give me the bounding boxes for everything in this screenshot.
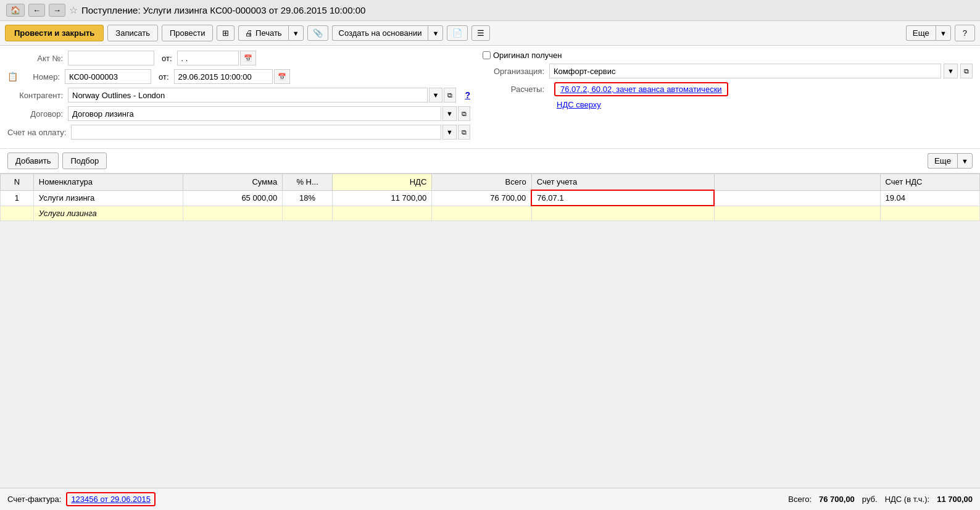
print-dropdown-button[interactable]: ▼ xyxy=(288,25,304,41)
subrow-vsego xyxy=(432,206,531,220)
document-icon-btn[interactable]: 📄 xyxy=(447,25,468,41)
more-button[interactable]: Еще xyxy=(906,25,936,41)
akt-input[interactable] xyxy=(68,51,154,65)
printer-icon: 🖨 xyxy=(245,28,253,38)
col-header-schet-uchet: Счет учета xyxy=(531,174,714,191)
subrow-nds-pct xyxy=(283,206,333,220)
subrow-n xyxy=(1,206,34,220)
post-button[interactable]: Провести xyxy=(162,25,214,41)
dogovor-dropdown[interactable]: ▼ xyxy=(442,106,457,121)
org-input[interactable] xyxy=(549,64,941,78)
print-button[interactable]: 🖨 Печать xyxy=(238,25,288,41)
dogovor-label: Договор: xyxy=(7,109,63,119)
akt-label: Акт №: xyxy=(7,54,63,63)
table-header-row: N Номенклатура Сумма % Н... НДС Всего Сч… xyxy=(1,174,980,191)
kontragent-row: Контрагент: ▼ ⧉ ? xyxy=(7,88,470,102)
org-label: Организация: xyxy=(483,67,544,76)
dogovor-row: Договор: ▼ ⧉ xyxy=(7,106,470,121)
document-icon: 📄 xyxy=(452,28,462,38)
table-more-button[interactable]: Еще xyxy=(928,153,957,169)
cell-schet-nds: 19.04 xyxy=(880,190,979,206)
rashety-row: Расчеты: 76.07.2, 60.02, зачет аванса ав… xyxy=(483,82,973,96)
sub-toolbar: Добавить Подбор Еще ▼ xyxy=(0,149,980,173)
col-header-summa: Сумма xyxy=(183,174,282,191)
org-row: Организация: ▼ ⧉ xyxy=(483,64,973,78)
schet-oplatu-open[interactable]: ⧉ xyxy=(458,125,470,140)
cell-n: 1 xyxy=(1,190,34,206)
paperclip-icon: 📎 xyxy=(313,28,323,38)
post-close-button[interactable]: Провести и закрыть xyxy=(5,25,104,41)
nds-sverhu-link[interactable]: НДС сверху xyxy=(557,100,601,109)
cell-vsego: 76 700,00 xyxy=(432,190,531,206)
col-header-nds-pct: % Н... xyxy=(283,174,333,191)
cell-schet-uchet: 76.07.1 xyxy=(531,190,714,206)
kontragent-dropdown[interactable]: ▼ xyxy=(429,88,443,102)
print-split-button: 🖨 Печать ▼ xyxy=(238,25,303,41)
create-based-button[interactable]: Создать на основании xyxy=(332,25,428,41)
dogovor-open[interactable]: ⧉ xyxy=(458,106,470,121)
list-icon-btn[interactable]: ☰ xyxy=(471,25,490,41)
create-based-split-button: Создать на основании ▼ xyxy=(332,25,444,41)
main-toolbar: Провести и закрыть Записать Провести ⊞ 🖨… xyxy=(0,21,980,46)
cell-summa: 65 000,00 xyxy=(183,190,282,206)
akt-date-input[interactable] xyxy=(177,51,239,65)
form-area: Акт №: от: 📅 📋 Номер: от: 📅 xyxy=(0,46,980,149)
forward-button[interactable]: → xyxy=(49,4,65,17)
doc-icon: 📋 xyxy=(7,72,18,82)
excel-button[interactable]: ⊞ xyxy=(217,25,235,41)
nomer-input[interactable] xyxy=(65,69,151,84)
subrow-summa xyxy=(183,206,282,220)
cell-extra xyxy=(714,190,880,206)
kontragent-open[interactable]: ⧉ xyxy=(444,88,456,102)
subrow-nom: Услуги лизинга xyxy=(33,206,183,220)
nomer-row: 📋 Номер: от: 📅 xyxy=(7,69,470,84)
table-subrow: Услуги лизинга xyxy=(1,206,980,220)
subrow-extra xyxy=(714,206,880,220)
title-bar: 🏠 ← → ☆ Поступление: Услуги лизинга КС00… xyxy=(0,0,980,21)
original-checkbox-label[interactable]: Оригинал получен xyxy=(483,51,562,60)
dogovor-input[interactable] xyxy=(68,106,441,121)
org-open[interactable]: ⧉ xyxy=(960,64,973,78)
original-row: Оригинал получен xyxy=(483,51,973,60)
kontragent-label: Контрагент: xyxy=(7,91,63,100)
kontragent-input[interactable] xyxy=(68,88,428,102)
nomer-from-label: от: xyxy=(159,72,169,82)
table-more-dropdown[interactable]: ▼ xyxy=(957,153,973,169)
cell-nds: 11 700,00 xyxy=(332,190,431,206)
akt-from-label: от: xyxy=(162,54,172,63)
rashety-link[interactable]: 76.07.2, 60.02, зачет аванса автоматичес… xyxy=(560,85,722,94)
rashety-box: 76.07.2, 60.02, зачет аванса автоматичес… xyxy=(554,82,728,96)
rashety-label: Расчеты: xyxy=(483,85,544,94)
schet-oplatu-input[interactable] xyxy=(71,125,441,140)
question-button[interactable]: ? xyxy=(465,90,470,100)
create-based-dropdown-button[interactable]: ▼ xyxy=(428,25,443,41)
save-button[interactable]: Записать xyxy=(107,25,158,41)
cell-nds-pct: 18% xyxy=(283,190,333,206)
attachment-button[interactable]: 📎 xyxy=(307,25,328,41)
excel-icon: ⊞ xyxy=(222,28,229,38)
col-header-nds: НДС xyxy=(332,174,431,191)
more-dropdown-button[interactable]: ▼ xyxy=(936,25,951,41)
favorite-icon[interactable]: ☆ xyxy=(69,4,78,16)
col-header-extra xyxy=(714,174,880,191)
add-button[interactable]: Добавить xyxy=(7,153,59,169)
help-button[interactable]: ? xyxy=(955,25,975,41)
home-button[interactable]: 🏠 xyxy=(6,4,25,17)
org-dropdown[interactable]: ▼ xyxy=(944,64,958,78)
list-icon: ☰ xyxy=(477,28,484,38)
schet-oplatu-row: Счет на оплату: ▼ ⧉ xyxy=(7,125,470,140)
akt-row: Акт №: от: 📅 xyxy=(7,51,470,65)
nomer-date-input[interactable] xyxy=(174,69,273,84)
subrow-schet-nds xyxy=(880,206,979,220)
subrow-nds xyxy=(332,206,431,220)
original-checkbox[interactable] xyxy=(483,51,491,59)
select-button[interactable]: Подбор xyxy=(62,153,107,169)
cell-nom: Услуги лизинга xyxy=(33,190,183,206)
schet-oplatu-dropdown[interactable]: ▼ xyxy=(442,125,457,140)
col-header-n: N xyxy=(1,174,34,191)
akt-date-picker[interactable]: 📅 xyxy=(240,51,256,65)
back-button[interactable]: ← xyxy=(28,4,45,17)
schet-oplatu-label: Счет на оплату: xyxy=(7,128,66,137)
nomer-date-picker[interactable]: 📅 xyxy=(274,69,290,84)
nomer-label: Номер: xyxy=(23,72,60,82)
